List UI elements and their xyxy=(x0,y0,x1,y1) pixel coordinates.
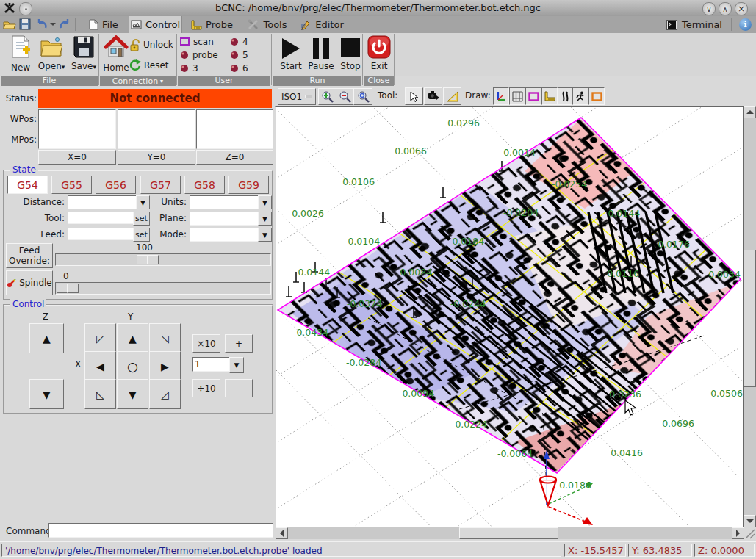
canvas-hscrollbar[interactable] xyxy=(276,527,744,539)
units-combobox[interactable] xyxy=(190,195,259,209)
jog-xy-upleft-button[interactable]: ◸ xyxy=(84,323,116,353)
scroll-down-button[interactable] xyxy=(744,515,756,527)
plane-combo-arrow-icon[interactable]: ▼ xyxy=(258,212,272,226)
open-button[interactable]: Open▾ xyxy=(35,35,68,75)
command-input[interactable] xyxy=(48,523,273,538)
step-combo-arrow-icon[interactable]: ▼ xyxy=(229,357,244,373)
stop-button[interactable]: Stop xyxy=(337,35,364,75)
tool-gantry-button[interactable] xyxy=(424,87,442,105)
tab-file[interactable]: File xyxy=(81,16,126,33)
jog-y-down-button[interactable]: ▼ xyxy=(117,379,148,409)
zoom-fit-button[interactable] xyxy=(353,88,372,105)
info-icon[interactable]: i xyxy=(739,18,752,31)
exit-button[interactable]: Exit xyxy=(365,35,393,75)
mode-combobox[interactable] xyxy=(190,228,259,242)
units-combo-arrow-icon[interactable]: ▼ xyxy=(258,195,272,209)
save-icon[interactable] xyxy=(19,18,32,31)
step-plus-button[interactable]: + xyxy=(225,334,253,353)
wcs-g58-button[interactable]: G58 xyxy=(184,176,225,194)
step-combobox[interactable] xyxy=(192,357,231,372)
tab-control[interactable]: Control xyxy=(129,16,182,33)
slider-handle[interactable] xyxy=(67,284,79,293)
feed-override-slider[interactable] xyxy=(55,253,271,266)
step-mul10-button[interactable]: ×10 xyxy=(192,334,220,353)
wcs-g59-button[interactable]: G59 xyxy=(228,176,269,194)
draw-ruler-toggle[interactable] xyxy=(541,87,558,105)
jog-xy-downright-button[interactable]: ◿ xyxy=(149,379,181,409)
jog-xy-downleft-button[interactable]: ◺ xyxy=(84,379,116,409)
group-label-connection[interactable]: Connection▾ xyxy=(100,76,176,86)
resize-grip-icon[interactable] xyxy=(744,528,755,539)
user-4-button[interactable]: 4 xyxy=(230,35,267,48)
jog-z-down-button[interactable]: ▼ xyxy=(29,379,64,409)
home-button[interactable]: Home xyxy=(101,35,131,75)
undo-icon[interactable] xyxy=(36,18,48,31)
draw-rapid-toggle[interactable] xyxy=(572,87,588,105)
unlock-button[interactable]: Unlock xyxy=(129,35,173,54)
hscroll-thumb[interactable] xyxy=(459,527,558,539)
draw-workarea-toggle[interactable] xyxy=(588,87,605,105)
open-icon[interactable] xyxy=(3,18,16,31)
pause-button[interactable]: Pause xyxy=(306,35,336,75)
wcs-g55-button[interactable]: G55 xyxy=(51,176,92,194)
user-5-button[interactable]: 5 xyxy=(230,48,267,61)
tab-editor[interactable]: Editor xyxy=(297,16,347,33)
vscroll-thumb[interactable] xyxy=(744,250,756,387)
draw-axes-toggle[interactable] xyxy=(493,87,509,105)
wcs-g56-button[interactable]: G56 xyxy=(96,176,136,194)
distance-combo-arrow-icon[interactable]: ▼ xyxy=(136,195,150,209)
save-button[interactable]: Save▾ xyxy=(68,35,99,75)
draw-margin-toggle[interactable] xyxy=(525,87,541,105)
redo-icon[interactable] xyxy=(59,18,71,31)
wcs-g57-button[interactable]: G57 xyxy=(140,176,181,194)
jog-x-right-button[interactable]: ▶ xyxy=(149,351,181,381)
slider-handle[interactable] xyxy=(147,255,159,264)
plane-combobox[interactable] xyxy=(190,212,259,226)
terminal-button[interactable]: Terminal xyxy=(663,16,725,33)
tool-ruler-button[interactable] xyxy=(443,87,461,105)
minimize-button[interactable]: ∨ xyxy=(702,2,716,15)
scroll-right-button[interactable] xyxy=(732,527,744,539)
draw-grid-toggle[interactable] xyxy=(509,87,525,105)
zero-y-button[interactable]: Y=0 xyxy=(118,150,195,165)
jog-x-left-button[interactable]: ◀ xyxy=(84,351,116,381)
tab-probe[interactable]: Probe xyxy=(187,16,237,33)
draw-paths-toggle[interactable] xyxy=(558,87,572,105)
start-button[interactable]: Start xyxy=(277,35,305,75)
scroll-up-button[interactable] xyxy=(744,106,756,118)
zoom-out-button[interactable] xyxy=(336,88,354,105)
user-6-button[interactable]: 6 xyxy=(230,62,267,74)
close-button[interactable]: × xyxy=(735,2,748,15)
user-scan-button[interactable]: scan xyxy=(180,35,224,48)
tab-tools[interactable]: Tools xyxy=(243,16,292,33)
zero-z-button[interactable]: Z=0 xyxy=(196,150,273,165)
undo-dropdown-icon[interactable] xyxy=(50,23,56,26)
view-select[interactable]: ISO1 xyxy=(278,88,316,105)
feed-input[interactable] xyxy=(68,228,135,240)
spindle-button[interactable]: Spindle xyxy=(6,270,53,295)
step-div10-button[interactable]: ÷10 xyxy=(192,379,220,397)
tool-set-button[interactable]: set xyxy=(133,212,150,226)
feed-override-button[interactable]: Feed Override: xyxy=(6,243,53,268)
distance-combobox[interactable] xyxy=(68,195,137,209)
jog-center-button[interactable]: ○ xyxy=(117,351,148,381)
zoom-in-button[interactable] xyxy=(318,88,336,105)
jog-z-up-button[interactable]: ▲ xyxy=(29,323,64,353)
spindle-slider[interactable] xyxy=(55,282,271,295)
reset-button[interactable]: Reset xyxy=(129,56,173,75)
feed-set-button[interactable]: set xyxy=(133,228,150,242)
jog-xy-upright-button[interactable]: ◹ xyxy=(149,323,181,353)
jog-y-up-button[interactable]: ▲ xyxy=(117,323,148,353)
user-probe-button[interactable]: probe xyxy=(180,48,224,61)
scroll-left-button[interactable] xyxy=(276,527,288,539)
user-3-button[interactable]: 3 xyxy=(180,62,224,74)
gcode-canvas[interactable]: 0.0296 0.0066 0.0106 0.0026 0.0014 -0.02… xyxy=(276,106,744,527)
mode-combo-arrow-icon[interactable]: ▼ xyxy=(258,228,272,242)
tool-input[interactable] xyxy=(68,212,135,224)
wcs-g54-button[interactable]: G54 xyxy=(7,176,48,194)
tool-select-pointer-button[interactable] xyxy=(405,87,423,105)
step-minus-button[interactable]: - xyxy=(225,379,253,397)
new-file-button[interactable]: New xyxy=(6,35,35,75)
zero-x-button[interactable]: X=0 xyxy=(38,150,116,165)
canvas-vscrollbar[interactable] xyxy=(744,106,756,527)
